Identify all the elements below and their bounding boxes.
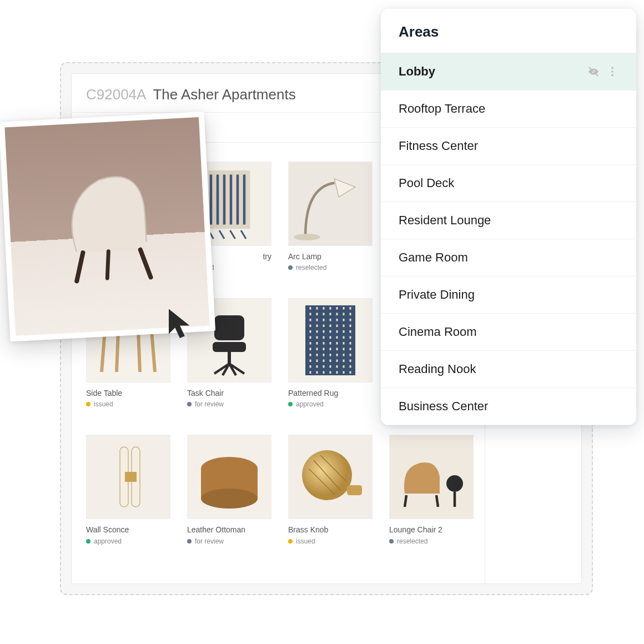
project-code: C92004A [86, 86, 146, 103]
svg-point-25 [611, 67, 613, 69]
status-dot [187, 539, 192, 544]
product-card[interactable]: Lounge Chair 2 reselected [389, 435, 474, 545]
product-card[interactable]: Patterned Rug approved [288, 298, 373, 408]
areas-item-label: Pool Deck [399, 176, 618, 190]
status-label: reselected [397, 537, 427, 545]
dragging-product-image [4, 117, 209, 336]
product-card[interactable]: Wall Sconce approved [86, 435, 170, 545]
status-dot [389, 539, 394, 544]
svg-rect-6 [214, 315, 244, 340]
svg-point-27 [611, 74, 613, 77]
status-label: approved [94, 537, 122, 545]
status-dot [288, 265, 293, 270]
areas-item[interactable]: Pool Deck [381, 165, 636, 202]
status-dot [86, 402, 90, 406]
svg-rect-7 [213, 342, 246, 352]
product-name: Wall Sconce [86, 525, 170, 535]
areas-item[interactable]: Resident Lounge [381, 202, 636, 239]
product-name: Leather Ottoman [187, 525, 271, 535]
status-dot [187, 402, 192, 406]
product-name: Side Table [86, 388, 170, 398]
areas-item[interactable]: Fitness Center [381, 128, 636, 165]
status-dot [86, 539, 90, 544]
areas-item-label: Business Center [399, 399, 618, 414]
product-name: Patterned Rug [288, 388, 373, 398]
status-label: issued [296, 537, 315, 545]
project-name: The Asher Apartments [153, 86, 295, 103]
status-dot [288, 539, 293, 544]
areas-item[interactable]: Business Center [381, 388, 636, 425]
status-label: for review [195, 537, 224, 545]
status-label: for review [195, 400, 224, 408]
more-vertical-icon[interactable] [606, 66, 618, 78]
cursor-icon [165, 308, 194, 341]
product-card[interactable]: Brass Knob issued [288, 435, 373, 545]
areas-item-label: Reading Nook [399, 362, 618, 376]
areas-list: LobbyRooftop TerraceFitness CenterPool D… [381, 53, 636, 425]
areas-panel: Areas LobbyRooftop TerraceFitness Center… [381, 9, 636, 425]
product-card[interactable]: Leather Ottoman for review [187, 435, 271, 545]
svg-point-19 [201, 489, 258, 509]
areas-item-label: Resident Lounge [399, 213, 618, 228]
areas-item[interactable]: Rooftop Terrace [381, 90, 636, 128]
svg-rect-16 [125, 472, 137, 482]
status-label: reselected [296, 264, 326, 271]
visibility-off-icon[interactable] [587, 66, 600, 78]
areas-item-label: Rooftop Terrace [399, 102, 618, 116]
areas-item-label: Cinema Room [399, 325, 618, 339]
areas-item[interactable]: Cinema Room [381, 314, 636, 351]
product-name: Arc Lamp [288, 251, 373, 261]
areas-item-label: Lobby [399, 64, 581, 79]
product-name: Brass Knob [288, 525, 373, 535]
status-label: approved [296, 400, 324, 408]
product-card[interactable]: Arc Lamp reselected [288, 162, 373, 271]
product-name: Lounge Chair 2 [389, 525, 474, 535]
areas-item[interactable]: Game Room [381, 239, 636, 276]
areas-item-label: Private Dining [399, 288, 618, 302]
svg-point-26 [611, 71, 613, 73]
areas-item[interactable]: Private Dining [381, 276, 636, 314]
svg-point-22 [446, 475, 463, 492]
svg-rect-9 [305, 305, 355, 375]
areas-panel-title: Areas [381, 9, 636, 53]
product-name: Task Chair [187, 388, 271, 398]
svg-point-4 [294, 234, 320, 240]
svg-rect-21 [347, 485, 362, 495]
areas-item-label: Game Room [399, 250, 618, 265]
areas-item[interactable]: Lobby [381, 53, 636, 90]
areas-item[interactable]: Reading Nook [381, 351, 636, 388]
areas-item-label: Fitness Center [399, 139, 618, 153]
status-dot [288, 402, 293, 406]
status-label: issued [94, 400, 113, 408]
